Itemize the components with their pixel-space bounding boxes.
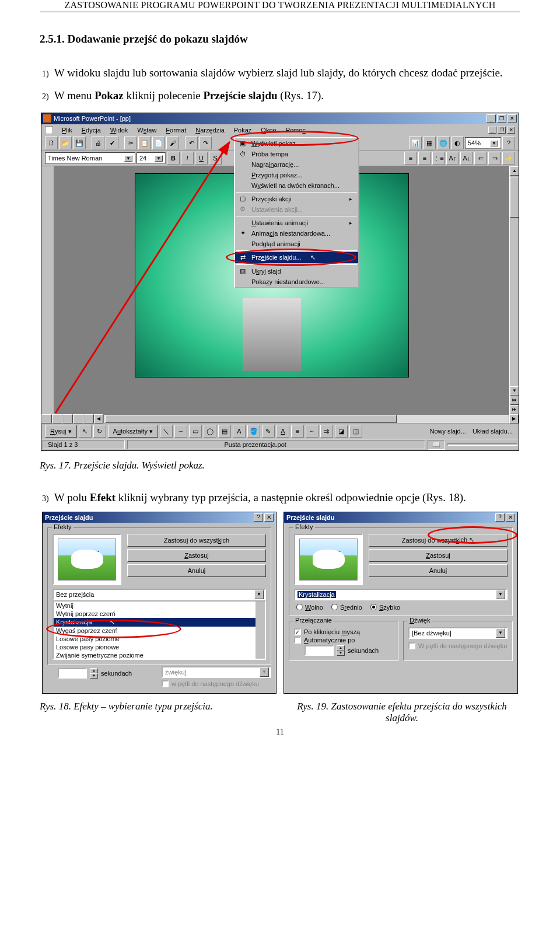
minimize-button[interactable]: _ bbox=[487, 114, 496, 123]
lineweight-tool-button[interactable]: ≡ bbox=[291, 425, 304, 438]
menu-ustawienia-animacji[interactable]: Ustawienia animacji▸ bbox=[235, 218, 358, 228]
undo-button[interactable]: ↶ bbox=[185, 137, 198, 149]
menu-wstaw[interactable]: Wstaw bbox=[133, 126, 160, 134]
radio-srednio[interactable]: Średnio bbox=[331, 604, 362, 611]
list-item[interactable]: Zwijanie symetryczne poziome bbox=[54, 651, 265, 659]
mdi-restore[interactable]: ❐ bbox=[498, 127, 506, 134]
new-button[interactable]: 🗋 bbox=[45, 137, 58, 149]
cancel-button-right[interactable]: Anuluj bbox=[369, 564, 508, 577]
horizontal-scrollbar[interactable] bbox=[103, 414, 509, 424]
demote-button[interactable]: ⇒ bbox=[488, 152, 501, 165]
align-left-button[interactable]: ≡ bbox=[404, 152, 417, 165]
cancel-button-left[interactable]: Anuluj bbox=[127, 564, 266, 577]
oval-tool-button[interactable]: ◯ bbox=[204, 425, 216, 438]
format-painter-button[interactable]: 🖌 bbox=[166, 137, 179, 149]
arrowstyle-tool-button[interactable]: ⇉ bbox=[320, 425, 333, 438]
new-slide-link[interactable]: Nowy slajd... bbox=[428, 428, 468, 435]
checkbox-click[interactable]: ✓Po kliknięciu myszą bbox=[294, 628, 393, 635]
show-view-button[interactable] bbox=[83, 414, 94, 424]
copy-button[interactable]: 📋 bbox=[138, 137, 151, 149]
list-item[interactable]: Wytnij poprzez czerń bbox=[54, 610, 265, 618]
notes-view-button[interactable] bbox=[73, 414, 83, 424]
spellcheck-button[interactable]: ✔ bbox=[106, 137, 118, 149]
dashstyle-tool-button[interactable]: ┄ bbox=[306, 425, 318, 438]
scroll-left-button[interactable]: ◀ bbox=[94, 414, 103, 424]
checkbox-auto[interactable]: Automatycznie po bbox=[294, 637, 393, 644]
effects-button[interactable]: ✨ bbox=[502, 152, 515, 165]
dialog-close-button[interactable]: ✕ bbox=[264, 513, 274, 522]
menu-przygotuj-pokaz[interactable]: Przygotuj pokaz... bbox=[235, 170, 358, 180]
redo-button[interactable]: ↷ bbox=[199, 137, 212, 149]
vertical-scrollbar[interactable]: ▲ ▼⏮⏭ bbox=[509, 166, 519, 414]
list-item[interactable]: Wygaś poprzez czerń bbox=[54, 627, 265, 635]
seconds-spin-buttons[interactable]: ▲▼ bbox=[90, 668, 98, 679]
radio-wolno[interactable]: Wolno bbox=[296, 604, 323, 611]
sound-combo-left[interactable]: źwięku]▼ bbox=[162, 666, 271, 678]
bold-button[interactable]: B bbox=[167, 152, 180, 165]
status-book-icon[interactable]: 📖 bbox=[428, 440, 445, 450]
wordart-tool-button[interactable]: A bbox=[233, 425, 246, 438]
align-center-button[interactable]: ≡ bbox=[418, 152, 431, 165]
sorter-view-button[interactable] bbox=[62, 414, 73, 424]
menu-okno[interactable]: Okno bbox=[257, 126, 280, 134]
insert-chart-button[interactable]: 📊 bbox=[409, 137, 422, 149]
font-combo[interactable]: Times New Roman▼ bbox=[45, 152, 135, 164]
seconds-input-left[interactable] bbox=[58, 668, 87, 679]
close-button[interactable]: ✕ bbox=[508, 114, 517, 123]
sound-combo-right[interactable]: [Bez dźwięku]▼ bbox=[408, 627, 508, 639]
menu-pomoc[interactable]: Pomoc bbox=[282, 126, 310, 134]
mdi-close[interactable]: ✕ bbox=[507, 127, 515, 134]
effect-listbox-left[interactable]: Wytnij Wytnij poprzez czerń Krystalizacj… bbox=[52, 600, 266, 660]
dialog-help-button[interactable]: ? bbox=[495, 513, 505, 522]
list-item[interactable]: Losowe pasy poziome bbox=[54, 635, 265, 643]
apply-all-button-left[interactable]: Zastosuj do wszystkich bbox=[127, 534, 266, 547]
zoom-combo[interactable]: 54%▼ bbox=[465, 137, 501, 149]
web-button[interactable]: 🌐 bbox=[437, 137, 450, 149]
cut-button[interactable]: ✂ bbox=[124, 137, 137, 149]
increase-font-button[interactable]: A↑ bbox=[446, 152, 459, 165]
save-button[interactable]: 💾 bbox=[73, 137, 86, 149]
fontcolor-tool-button[interactable]: A bbox=[276, 425, 289, 438]
italic-button[interactable]: I bbox=[181, 152, 194, 165]
menu-edycja[interactable]: Edycja bbox=[78, 126, 105, 134]
layout-link[interactable]: Układ slajdu... bbox=[470, 428, 515, 435]
menu-widok[interactable]: Widok bbox=[106, 126, 132, 134]
apply-button-right[interactable]: Zastosuj bbox=[369, 549, 508, 562]
draw-menu-button[interactable]: Rysuj ▾ bbox=[45, 425, 77, 438]
apply-all-button-right[interactable]: Zastosuj do wszystkich ↖ bbox=[369, 534, 508, 547]
outline-view-button[interactable] bbox=[52, 414, 62, 424]
effect-combo-left[interactable]: Bez przejścia▼ bbox=[52, 589, 266, 600]
menu-dwa-ekrany[interactable]: Wyświetl na dwóch ekranach... bbox=[235, 180, 358, 191]
effect-combo-right[interactable]: Krystalizacja▼ bbox=[294, 589, 508, 600]
list-item-selected[interactable]: Krystalizacja ↖ bbox=[54, 618, 265, 627]
menu-pokazy-niestandardowe[interactable]: Pokazy niestandardowe... bbox=[235, 277, 358, 287]
menu-pokaz[interactable]: Pokaz bbox=[230, 126, 256, 134]
menu-animacja-niestandardowa[interactable]: ✦Animacja niestandardowa... bbox=[235, 228, 358, 239]
open-button[interactable]: 📂 bbox=[59, 137, 72, 149]
apply-button-left[interactable]: Zastosuj bbox=[127, 549, 266, 562]
help-button[interactable]: ? bbox=[502, 137, 515, 149]
menu-proba-tempa[interactable]: ⏱Próba tempa bbox=[235, 149, 358, 159]
seconds-spin-buttons-right[interactable]: ▲▼ bbox=[337, 645, 345, 656]
shadow-tool-button[interactable]: ◪ bbox=[335, 425, 348, 438]
select-tool-button[interactable]: ↖ bbox=[79, 425, 92, 438]
menu-narzedzia[interactable]: Narzędzia bbox=[191, 126, 229, 134]
maximize-button[interactable]: ❐ bbox=[497, 114, 506, 123]
menu-przejscie-slajdu[interactable]: ⇄Przejście slajdu... ↖ bbox=[235, 252, 358, 263]
bullets-button[interactable]: ⋮≡ bbox=[432, 152, 445, 165]
bw-button[interactable]: ◐ bbox=[451, 137, 464, 149]
normal-view-button[interactable] bbox=[41, 414, 52, 424]
underline-button[interactable]: U bbox=[195, 152, 208, 165]
promote-button[interactable]: ⇐ bbox=[474, 152, 487, 165]
arrow-tool-button[interactable]: → bbox=[174, 425, 187, 438]
line-tool-button[interactable]: ＼ bbox=[160, 425, 173, 438]
3d-tool-button[interactable]: ◫ bbox=[349, 425, 362, 438]
fontsize-combo[interactable]: 24▼ bbox=[136, 152, 166, 164]
menu-nagraj-narracje[interactable]: Nagraj narrację... bbox=[235, 159, 358, 170]
menu-podglad-animacji[interactable]: Podgląd animacji bbox=[235, 239, 358, 249]
insert-table-button[interactable]: ▦ bbox=[423, 137, 436, 149]
menu-wyswietl-pokaz[interactable]: ▣Wyświetl pokaz bbox=[235, 138, 358, 149]
fillcolor-tool-button[interactable]: 🪣 bbox=[247, 425, 260, 438]
shadow-button[interactable]: S bbox=[209, 152, 222, 165]
rect-tool-button[interactable]: ▭ bbox=[189, 425, 202, 438]
